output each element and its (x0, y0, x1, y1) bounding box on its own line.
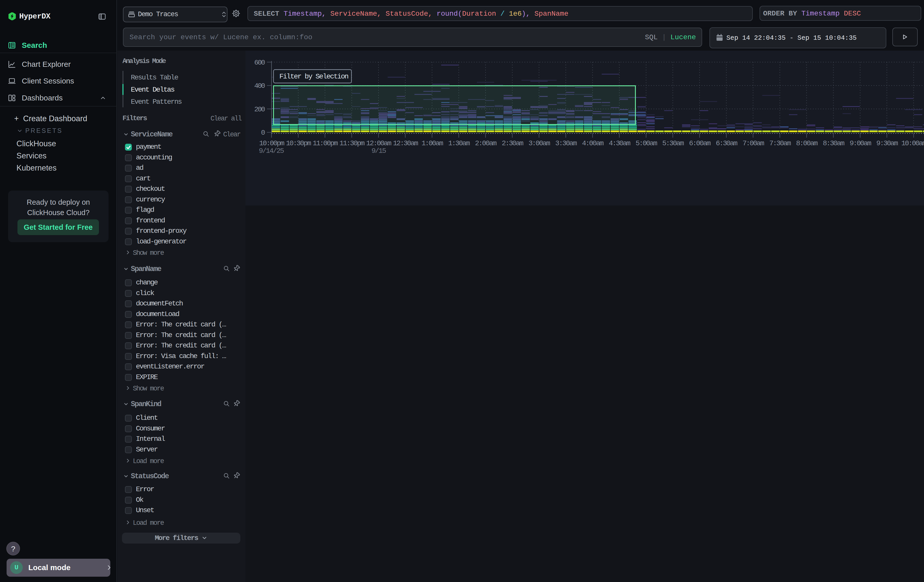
svg-text:10:00pm: 10:00pm (259, 139, 284, 147)
svg-text:7:30am: 7:30am (769, 139, 791, 147)
svg-text:12:30am: 12:30am (393, 139, 418, 147)
svg-text:4:00am: 4:00am (582, 139, 604, 147)
svg-text:2:00am: 2:00am (475, 139, 497, 147)
svg-text:12:00am: 12:00am (366, 139, 391, 147)
svg-text:1:30am: 1:30am (448, 139, 470, 147)
svg-text:7:00am: 7:00am (742, 139, 764, 147)
svg-text:8:00am: 8:00am (796, 139, 818, 147)
svg-text:10:00am: 10:00am (901, 139, 924, 147)
svg-text:11:00pm: 11:00pm (313, 139, 338, 147)
svg-text:3:00am: 3:00am (528, 139, 550, 147)
svg-text:5:30am: 5:30am (662, 139, 684, 147)
svg-text:600: 600 (254, 59, 265, 66)
svg-text:8:30am: 8:30am (823, 139, 845, 147)
svg-text:400: 400 (254, 82, 265, 90)
svg-text:Filter by Selection: Filter by Selection (279, 73, 348, 81)
svg-text:4:30am: 4:30am (609, 139, 630, 147)
svg-text:6:30am: 6:30am (716, 139, 738, 147)
svg-text:9/14/25: 9/14/25 (259, 147, 284, 155)
svg-text:6:00am: 6:00am (689, 139, 711, 147)
svg-text:11:30pm: 11:30pm (340, 139, 365, 147)
svg-text:0: 0 (261, 129, 265, 137)
svg-text:2:30am: 2:30am (502, 139, 523, 147)
svg-text:200: 200 (254, 106, 265, 113)
svg-text:9:00am: 9:00am (850, 139, 871, 147)
svg-text:1:00am: 1:00am (422, 139, 443, 147)
svg-text:9/15: 9/15 (371, 147, 386, 155)
svg-text:9:30am: 9:30am (876, 139, 898, 147)
svg-text:10:30pm: 10:30pm (286, 139, 311, 147)
svg-text:5:00am: 5:00am (635, 139, 657, 147)
svg-text:3:30am: 3:30am (555, 139, 577, 147)
